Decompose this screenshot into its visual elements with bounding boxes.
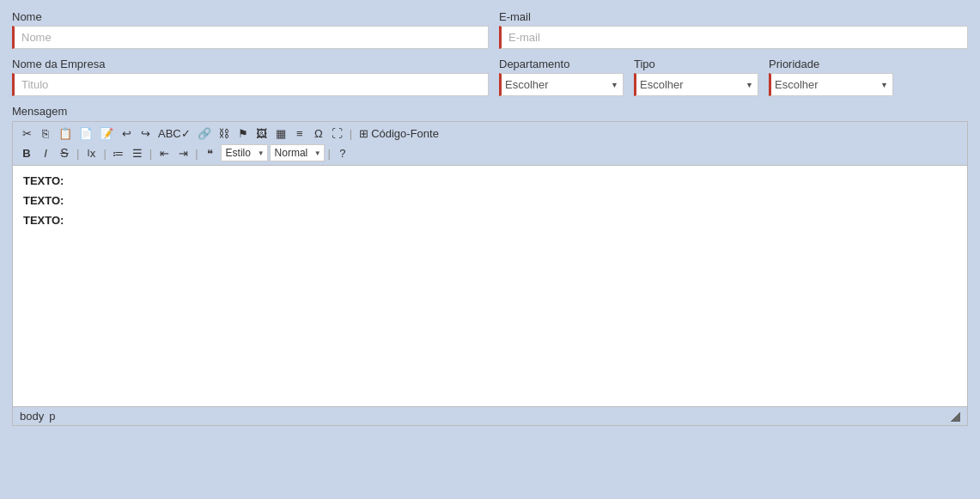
copy-button[interactable]: ⎘ [37,126,54,141]
editor-line-1: TEXTO: [23,174,957,187]
toolbar-row-2: B I S | Ix | ≔ ☰ | ⇤ ⇥ | ❝ Estilo [18,144,962,161]
flag-button[interactable]: ⚑ [234,126,252,141]
empresa-group: Nome da Empresa [12,58,489,96]
strikethrough-button[interactable]: S [56,145,73,161]
prioridade-select-wrapper: Escolher [769,73,893,96]
email-group: E-mail [499,10,968,49]
redo-button[interactable]: ↪ [137,126,154,141]
tipo-label: Tipo [634,58,758,70]
body-tag: body [20,410,44,423]
departamento-label: Departamento [499,58,624,70]
indent-right-button[interactable]: ⇥ [174,146,192,161]
toolbar-sep-4: | [149,147,152,160]
row-empresa-dept: Nome da Empresa Departamento Escolher Ti… [12,58,968,96]
row-nome-email: Nome E-mail [12,10,968,49]
fullscreen-button[interactable]: ⛶ [329,126,346,141]
email-label: E-mail [499,10,968,23]
mensagem-section: Mensagem ✂ ⎘ 📋 📄 📝 ↩ ↪ ABC✓ 🔗 ⛓ ⚑ 🖼 [12,105,968,426]
tipo-select[interactable]: Escolher [634,73,758,96]
format-dropdown-wrap: Normal [270,144,325,161]
italic-button[interactable]: I [37,146,54,161]
paste-button[interactable]: 📋 [56,126,75,141]
editor-line-3: TEXTO: [23,214,957,227]
cut-button[interactable]: ✂ [18,126,35,141]
editor-container: ✂ ⎘ 📋 📄 📝 ↩ ↪ ABC✓ 🔗 ⛓ ⚑ 🖼 ▦ ≡ Ω ⛶ [12,121,968,426]
nome-label: Nome [12,10,489,23]
help-button[interactable]: ? [334,146,351,161]
form-container: Nome E-mail Nome da Empresa Departamento… [0,0,980,436]
prioridade-label: Prioridade [769,58,893,70]
tipo-select-wrapper: Escolher [634,73,758,96]
departamento-select-wrapper: Escolher [499,73,624,96]
prioridade-group: Prioridade Escolher [769,58,893,96]
paste-plain-button[interactable]: 📄 [76,126,95,141]
table-button[interactable]: ▦ [272,126,289,141]
empresa-label: Nome da Empresa [12,58,489,70]
email-input[interactable] [499,26,968,49]
toolbar-sep-6: | [328,147,331,160]
empresa-input[interactable] [12,73,489,96]
link-button[interactable]: 🔗 [195,126,214,141]
toolbar-sep-5: | [195,147,198,160]
paste-word-button[interactable]: 📝 [97,126,116,141]
spellcheck-button[interactable]: ABC✓ [155,126,193,141]
toolbar-sep-1: | [350,127,352,140]
prioridade-select[interactable]: Escolher [769,73,893,96]
quote-button[interactable]: ❝ [202,146,219,161]
nome-group: Nome [12,10,489,49]
editor-footer: body p [13,406,967,425]
image-button[interactable]: 🖼 [253,126,271,141]
undo-button[interactable]: ↩ [118,126,135,141]
bold-button[interactable]: B [18,146,35,161]
editor-body[interactable]: TEXTO: TEXTO: TEXTO: [13,166,967,406]
source-label: Código-Fonte [371,127,439,140]
unlink-button[interactable]: ⛓ [216,126,233,141]
resize-handle[interactable] [950,411,960,422]
format-dropdown[interactable]: Normal [270,144,325,161]
editor-line-2: TEXTO: [23,194,957,207]
p-tag: p [49,410,55,423]
toolbar-sep-3: | [103,147,106,160]
ordered-list-button[interactable]: ≔ [110,146,127,161]
toolbar-row-1: ✂ ⎘ 📋 📄 📝 ↩ ↪ ABC✓ 🔗 ⛓ ⚑ 🖼 ▦ ≡ Ω ⛶ [18,125,962,142]
style-dropdown-wrap: Estilo [221,144,268,161]
nome-input[interactable] [12,26,489,49]
subscript-button[interactable]: Ix [82,146,100,161]
style-dropdown[interactable]: Estilo [221,144,268,161]
editor-toolbar: ✂ ⎘ 📋 📄 📝 ↩ ↪ ABC✓ 🔗 ⛓ ⚑ 🖼 ▦ ≡ Ω ⛶ [13,122,967,166]
departamento-group: Departamento Escolher [499,58,624,96]
tipo-group: Tipo Escolher [634,58,758,96]
editor-footer-tags: body p [20,410,55,423]
departamento-select[interactable]: Escolher [499,73,624,96]
source-button[interactable]: ⊞ Código-Fonte [356,125,442,142]
align-button[interactable]: ≡ [291,126,308,141]
unordered-list-button[interactable]: ☰ [129,146,146,161]
source-icon: ⊞ [359,127,368,140]
special-chars-button[interactable]: Ω [310,126,327,141]
toolbar-sep-2: | [76,147,79,160]
mensagem-label: Mensagem [12,105,968,118]
indent-left-button[interactable]: ⇤ [155,146,173,161]
